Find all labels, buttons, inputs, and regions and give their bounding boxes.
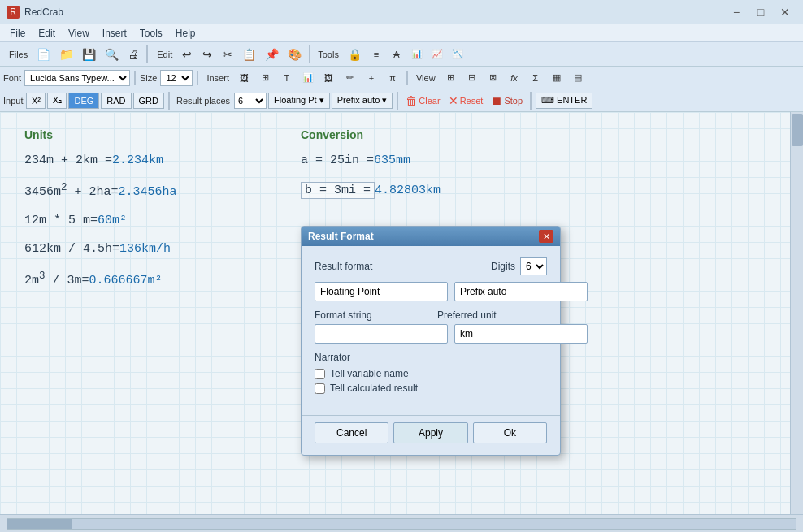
result-digits-select[interactable]: 6 <box>234 93 267 109</box>
pencil-button[interactable]: ✏ <box>341 68 360 88</box>
left-column: Units 234m + 2km =2.234km 3456m2 + 2ha=2… <box>24 128 284 302</box>
tell-variable-row: Tell variable name <box>315 368 547 379</box>
table3-button[interactable]: ▤ <box>568 68 588 88</box>
bar-chart-button[interactable]: 📊 <box>298 68 318 88</box>
list-button[interactable]: ≡ <box>367 45 386 64</box>
tell-calculated-label: Tell calculated result <box>330 383 418 394</box>
print-button[interactable]: 🖨 <box>124 45 143 64</box>
open-button[interactable]: 📁 <box>55 45 77 64</box>
result-4: 136km/h <box>119 242 171 256</box>
strike-button[interactable]: A <box>387 45 406 64</box>
sep6 <box>530 92 532 110</box>
horizontal-scrollbar[interactable] <box>7 518 796 530</box>
input-label: Input <box>3 96 23 106</box>
result-2: 2.3456ha <box>119 185 177 199</box>
calc-row-3: 12m * 5 m=60m² <box>24 214 268 227</box>
edit-button[interactable]: Edit <box>151 45 176 64</box>
maximize-button[interactable]: □ <box>749 4 772 20</box>
tell-variable-checkbox[interactable] <box>315 369 325 379</box>
chart-button1[interactable]: 📊 <box>407 45 427 64</box>
format-prefix-row <box>315 282 547 301</box>
enter-button[interactable]: ⌨ ENTER <box>536 93 592 109</box>
reset-button[interactable]: ✕ Reset <box>445 94 487 107</box>
digits-select[interactable]: 6 <box>520 257 547 275</box>
menu-insert[interactable]: Insert <box>96 26 133 41</box>
grd-button[interactable]: GRD <box>133 93 164 109</box>
dialog-titlebar: Result Format ✕ <box>302 227 560 246</box>
scroll-h-thumb[interactable] <box>7 519 72 529</box>
preferred-unit-label: Preferred unit <box>437 309 547 321</box>
insert-label[interactable]: Insert <box>202 68 233 88</box>
copy-button[interactable]: 📋 <box>238 45 260 64</box>
size-select[interactable]: 12 <box>160 70 193 86</box>
pi-button[interactable]: π <box>383 68 402 88</box>
undo-button[interactable]: ↩ <box>177 45 197 64</box>
image-button2[interactable]: 🖼 <box>319 68 339 88</box>
dialog-title: Result Format <box>308 231 374 242</box>
tell-calculated-row: Tell calculated result <box>315 383 547 394</box>
subscript-button[interactable]: X₂ <box>47 93 67 109</box>
lock-button[interactable]: 🔒 <box>344 45 366 64</box>
menu-file[interactable]: File <box>3 26 32 41</box>
tell-calculated-checkbox[interactable] <box>315 383 325 394</box>
menu-view[interactable]: View <box>62 26 96 41</box>
prefix-input[interactable] <box>454 282 588 301</box>
cut-button[interactable]: ✂ <box>218 45 237 64</box>
text-button[interactable]: T <box>277 68 297 88</box>
conv-result-1: 635mm <box>374 154 410 167</box>
result-1: 2.234km <box>112 154 163 167</box>
format-input[interactable] <box>315 282 448 301</box>
tools-button[interactable]: Tools <box>314 45 343 64</box>
stop-button[interactable]: ⏹ Stop <box>488 94 526 107</box>
menu-tools[interactable]: Tools <box>133 26 169 41</box>
menu-help[interactable]: Help <box>169 26 202 41</box>
format-string-input[interactable] <box>315 324 448 344</box>
ok-button[interactable]: Ok <box>473 422 547 443</box>
close-button[interactable]: ✕ <box>774 4 796 20</box>
save-button[interactable]: 💾 <box>78 45 100 64</box>
minimize-button[interactable]: − <box>725 4 748 20</box>
chart-button3[interactable]: 📉 <box>448 45 467 64</box>
redo-button[interactable]: ↪ <box>197 45 217 64</box>
chart-button2[interactable]: 📈 <box>428 45 447 64</box>
view-label[interactable]: View <box>412 68 440 88</box>
print-preview-button[interactable]: 🔍 <box>101 45 123 64</box>
menubar: File Edit View Insert Tools Help <box>0 24 803 42</box>
insert-img-button[interactable]: 🖼 <box>235 68 254 88</box>
apply-button[interactable]: Apply <box>393 422 467 443</box>
app-title: RedCrab <box>24 6 725 18</box>
superscript-button[interactable]: X² <box>26 93 46 109</box>
paste-button[interactable]: 📌 <box>261 45 283 64</box>
table2-button[interactable]: ▦ <box>547 68 566 88</box>
grid-btn1[interactable]: ⊞ <box>441 68 461 88</box>
worksheet[interactable]: Units 234m + 2km =2.234km 3456m2 + 2ha=2… <box>0 112 790 514</box>
insert-table-button[interactable]: ⊞ <box>256 68 276 88</box>
expr-4: 612km / 4.5h= <box>24 242 119 256</box>
grid-btn2[interactable]: ⊟ <box>462 68 482 88</box>
sigma-button[interactable]: Σ <box>526 68 545 88</box>
deg-button[interactable]: DEG <box>68 93 99 109</box>
main-content: Units 234m + 2km =2.234km 3456m2 + 2ha=2… <box>0 112 803 514</box>
menu-edit[interactable]: Edit <box>32 26 62 41</box>
font-select[interactable]: Lucida Sans Typew... <box>24 70 130 86</box>
vertical-scrollbar[interactable] <box>790 112 803 514</box>
new-button[interactable]: 📄 <box>33 45 54 64</box>
files-button[interactable]: Files <box>3 45 32 64</box>
font-label: Font <box>3 73 21 83</box>
clear-button[interactable]: 🗑 Clear <box>402 94 443 107</box>
plus-button[interactable]: + <box>362 68 381 88</box>
cancel-button[interactable]: Cancel <box>315 422 388 443</box>
prefix-button[interactable]: Prefix auto ▾ <box>332 93 393 109</box>
digits-label: Digits <box>491 261 515 272</box>
scroll-thumb[interactable] <box>792 114 803 146</box>
app-icon: R <box>7 6 20 19</box>
format-button[interactable]: 🎨 <box>284 45 306 64</box>
preferred-unit-input[interactable] <box>454 324 588 344</box>
dialog-close-button[interactable]: ✕ <box>539 230 553 243</box>
fx-button[interactable]: fx <box>505 68 524 88</box>
grid-btn3[interactable]: ⊠ <box>484 68 503 88</box>
rad-button[interactable]: RAD <box>101 93 131 109</box>
result-places-label: Result places <box>176 96 230 106</box>
format-string-label-row: Format string Preferred unit <box>315 309 547 321</box>
floating-button[interactable]: Floating Pt ▾ <box>268 93 330 109</box>
